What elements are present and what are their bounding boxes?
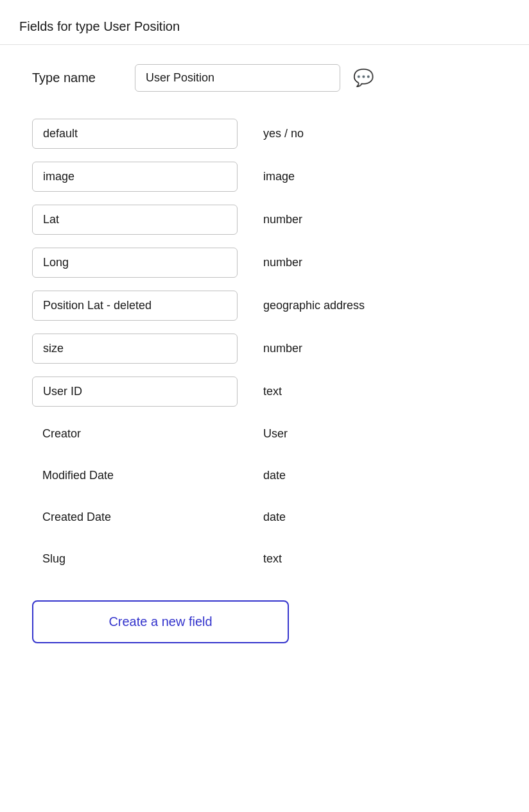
type-name-input[interactable] bbox=[135, 64, 340, 92]
field-name-input[interactable]: Long bbox=[32, 248, 238, 278]
field-name-label: Slug bbox=[32, 545, 238, 573]
field-name-label: Creator bbox=[32, 419, 238, 448]
page-title: Fields for type User Position bbox=[19, 19, 510, 34]
field-type: text bbox=[263, 552, 392, 566]
field-name-input[interactable]: User ID bbox=[32, 376, 238, 407]
field-name-label: Created Date bbox=[32, 503, 238, 532]
field-type: date bbox=[263, 511, 392, 524]
field-row: Created Date date bbox=[32, 496, 497, 538]
field-type: image bbox=[263, 170, 392, 183]
field-row: Position Lat - deleted geographic addres… bbox=[32, 284, 497, 327]
field-row: Slug text bbox=[32, 538, 497, 580]
field-row: Creator User bbox=[32, 413, 497, 455]
field-type: User bbox=[263, 427, 392, 441]
field-type: number bbox=[263, 256, 392, 269]
page-header: Fields for type User Position bbox=[0, 0, 529, 45]
field-name-input[interactable]: size bbox=[32, 334, 238, 364]
field-type: yes / no bbox=[263, 127, 392, 140]
field-row: Modified Date date bbox=[32, 455, 497, 496]
field-row: size number bbox=[32, 327, 497, 370]
field-name-input[interactable]: image bbox=[32, 162, 238, 192]
field-row: default yes / no bbox=[32, 112, 497, 155]
fields-list: default yes / no image image Lat number … bbox=[32, 112, 497, 580]
field-name-label: Modified Date bbox=[32, 461, 238, 490]
field-name-input[interactable]: default bbox=[32, 119, 238, 149]
field-row: User ID text bbox=[32, 370, 497, 413]
create-new-field-button[interactable]: Create a new field bbox=[32, 600, 289, 643]
field-type: text bbox=[263, 385, 392, 398]
field-row: Lat number bbox=[32, 198, 497, 241]
field-type: number bbox=[263, 342, 392, 355]
field-name-input[interactable]: Position Lat - deleted bbox=[32, 291, 238, 321]
type-name-label: Type name bbox=[32, 71, 122, 85]
field-name-input[interactable]: Lat bbox=[32, 205, 238, 235]
field-type: number bbox=[263, 213, 392, 226]
field-type: date bbox=[263, 469, 392, 482]
field-row: image image bbox=[32, 155, 497, 198]
main-content: Type name 💬 default yes / no image image… bbox=[0, 45, 529, 663]
comment-icon[interactable]: 💬 bbox=[353, 68, 374, 88]
field-type: geographic address bbox=[263, 299, 392, 312]
type-name-row: Type name 💬 bbox=[32, 64, 497, 92]
field-row: Long number bbox=[32, 241, 497, 284]
